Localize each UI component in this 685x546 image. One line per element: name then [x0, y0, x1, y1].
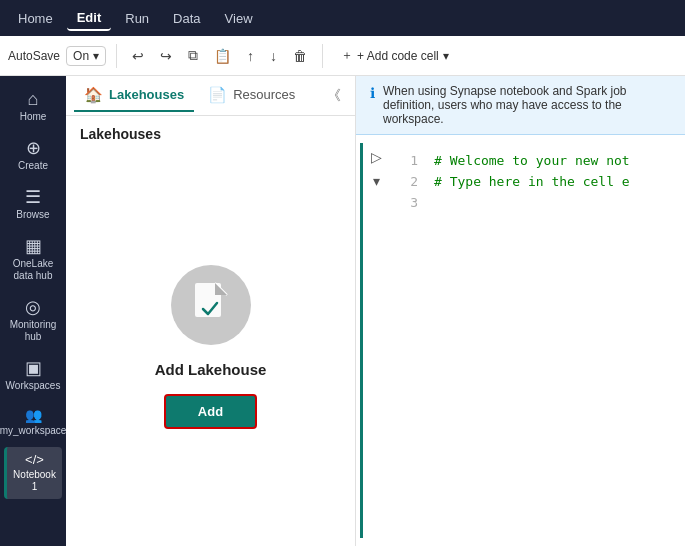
nav-run[interactable]: Run: [115, 7, 159, 30]
sidebar-item-workspaces[interactable]: ▣ Workspaces: [4, 353, 62, 398]
notebook-icon: </>: [25, 453, 44, 466]
browse-icon: ☰: [25, 188, 41, 206]
line-code-1: # Welcome to your new not: [434, 151, 630, 172]
resources-tab-icon: 📄: [208, 86, 227, 104]
panel-collapse-button[interactable]: 《: [321, 85, 347, 107]
sidebar-item-home[interactable]: ⌂ Home: [4, 84, 62, 129]
info-icon: ℹ: [370, 85, 375, 101]
nav-data[interactable]: Data: [163, 7, 210, 30]
lakehouse-tab-icon: 🏠: [84, 86, 103, 104]
workspaces-icon: ▣: [25, 359, 42, 377]
left-sidebar: ⌂ Home ⊕ Create ☰ Browse ▦ OneLake data …: [0, 76, 66, 546]
sidebar-item-onelake[interactable]: ▦ OneLake data hub: [4, 231, 62, 288]
panel-tabs: 🏠 Lakehouses 📄 Resources 《: [66, 76, 355, 116]
tab-lakehouses-label: Lakehouses: [109, 87, 184, 102]
toolbar-separator: [116, 44, 117, 68]
sidebar-label-workspaces: Workspaces: [6, 380, 61, 392]
line-number-1: 1: [402, 151, 418, 172]
undo-button[interactable]: ↩: [127, 44, 149, 68]
main-area: ⌂ Home ⊕ Create ☰ Browse ▦ OneLake data …: [0, 76, 685, 546]
toolbar: AutoSave On ▾ ↩ ↪ ⧉ 📋 ↑ ↓ 🗑 ＋ + Add code…: [0, 36, 685, 76]
panel-content: Add Lakehouse Add: [66, 148, 355, 546]
nav-view[interactable]: View: [215, 7, 263, 30]
code-cell: ▷ ▾ 1 # Welcome to your new not 2 # Type…: [360, 143, 681, 538]
document-check-icon: [191, 281, 231, 329]
plus-icon: ＋: [341, 47, 353, 64]
tab-resources-label: Resources: [233, 87, 295, 102]
nav-edit[interactable]: Edit: [67, 6, 112, 31]
line-number-2: 2: [402, 172, 418, 193]
info-text: When using Synapse notebook and Spark jo…: [383, 84, 671, 126]
sidebar-item-create[interactable]: ⊕ Create: [4, 133, 62, 178]
autosave-dropdown[interactable]: On ▾: [66, 46, 106, 66]
move-up-button[interactable]: ↑: [242, 44, 259, 68]
run-cell-button[interactable]: ▷: [369, 147, 384, 167]
sidebar-item-monitoring[interactable]: ◎ Monitoring hub: [4, 292, 62, 349]
sidebar-label-notebook1: Notebook 1: [11, 469, 58, 493]
cell-menu-button[interactable]: ▾: [371, 171, 382, 191]
monitoring-icon: ◎: [25, 298, 41, 316]
add-code-cell-button[interactable]: ＋ + Add code cell ▾: [333, 43, 457, 68]
tab-lakehouses[interactable]: 🏠 Lakehouses: [74, 80, 194, 112]
paste-button[interactable]: 📋: [209, 44, 236, 68]
autosave-value: On: [73, 49, 89, 63]
add-lakehouse-icon: [171, 265, 251, 345]
code-line-1: 1 # Welcome to your new not: [402, 151, 669, 172]
delete-button[interactable]: 🗑: [288, 44, 312, 68]
myworkspace-icon: 👥: [25, 408, 42, 422]
nav-home[interactable]: Home: [8, 7, 63, 30]
cell-controls: ▷ ▾: [363, 143, 390, 538]
top-nav: Home Edit Run Data View: [0, 0, 685, 36]
panel-title: Lakehouses: [66, 116, 355, 148]
add-lakehouse-title: Add Lakehouse: [155, 361, 267, 378]
info-banner: ℹ When using Synapse notebook and Spark …: [356, 76, 685, 135]
copy-button[interactable]: ⧉: [183, 43, 203, 68]
create-icon: ⊕: [26, 139, 41, 157]
code-area: ℹ When using Synapse notebook and Spark …: [356, 76, 685, 546]
sidebar-label-browse: Browse: [16, 209, 49, 221]
chevron-down-icon: ▾: [93, 49, 99, 63]
home-icon: ⌂: [28, 90, 39, 108]
code-line-3: 3: [402, 193, 669, 214]
add-cell-label: + Add code cell: [357, 49, 439, 63]
code-content[interactable]: 1 # Welcome to your new not 2 # Type her…: [390, 143, 681, 538]
sidebar-item-myworkspace[interactable]: 👥 my_workspace: [4, 402, 62, 443]
add-lakehouse-button[interactable]: Add: [164, 394, 257, 429]
sidebar-label-myworkspace: my_workspace: [0, 425, 66, 437]
autosave-label: AutoSave: [8, 49, 60, 63]
sidebar-label-home: Home: [20, 111, 47, 123]
line-number-3: 3: [402, 193, 418, 214]
chevron-down-icon-2: ▾: [443, 49, 449, 63]
line-code-2: # Type here in the cell e: [434, 172, 630, 193]
sidebar-label-onelake: OneLake data hub: [8, 258, 58, 282]
redo-button[interactable]: ↪: [155, 44, 177, 68]
code-line-2: 2 # Type here in the cell e: [402, 172, 669, 193]
lakehouse-panel: 🏠 Lakehouses 📄 Resources 《 Lakehouses Ad…: [66, 76, 356, 546]
move-down-button[interactable]: ↓: [265, 44, 282, 68]
sidebar-label-create: Create: [18, 160, 48, 172]
onelake-icon: ▦: [25, 237, 42, 255]
sidebar-item-notebook1[interactable]: </> Notebook 1: [4, 447, 62, 499]
sidebar-item-browse[interactable]: ☰ Browse: [4, 182, 62, 227]
sidebar-label-monitoring: Monitoring hub: [8, 319, 58, 343]
toolbar-separator-2: [322, 44, 323, 68]
tab-resources[interactable]: 📄 Resources: [198, 80, 305, 112]
